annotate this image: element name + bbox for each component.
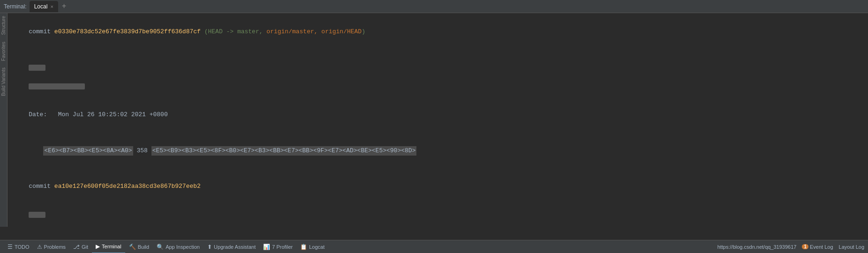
logcat-icon: 📋 xyxy=(300,244,307,250)
commit1-ref: (HEAD -> master, xyxy=(204,28,267,35)
author-blur1 xyxy=(29,65,45,71)
todo-button[interactable]: ☰ TODO xyxy=(4,240,33,253)
favorites-tab[interactable]: Favorites xyxy=(0,39,7,64)
logcat-button[interactable]: 📋 Logcat xyxy=(296,240,328,253)
event-log-button[interactable]: 1 Event Log xyxy=(802,244,833,250)
hex-suffix1: <E5><B9><B3><E5><8F><B0><E7><B3><BB><E7>… xyxy=(151,146,417,156)
problems-icon: ⚠ xyxy=(37,244,42,250)
commit1-message-line: <E6><B7><BB><E5><8A><A0> 358 <E5><B9><B3… xyxy=(14,137,861,165)
terminal-button[interactable]: ▶ Terminal xyxy=(92,240,125,253)
tab-local[interactable]: Local × xyxy=(30,1,58,12)
url-display: https://blog.csdn.net/qq_31939617 xyxy=(717,244,797,250)
commit1-author-line xyxy=(14,53,861,101)
terminal-label: Terminal: xyxy=(4,3,27,10)
author-blur2 xyxy=(29,83,85,89)
git-icon: ⎇ xyxy=(73,244,80,250)
todo-icon: ☰ xyxy=(8,244,13,250)
vertical-tabs: Structure Favorites Build Variants xyxy=(0,13,8,227)
spacer3 xyxy=(14,165,861,172)
status-bar: ☰ TODO ⚠ Problems ⎇ Git ▶ Terminal 🔨 Bui… xyxy=(0,240,868,253)
commit1-date: Mon Jul 26 10:25:02 2021 +0800 xyxy=(58,111,168,118)
spacer1 xyxy=(14,46,861,53)
build-button[interactable]: 🔨 Build xyxy=(125,240,153,253)
event-log-badge: 1 xyxy=(802,244,808,249)
commit1-hash: e0330e783dc52e67fe3839d7be9052ff636d87cf xyxy=(54,28,201,35)
commit1-line: commit e0330e783dc52e67fe3839d7be9052ff6… xyxy=(14,18,861,46)
commit2-line: commit ea10e127e600f05de2182aa38cd3e867b… xyxy=(14,172,861,201)
structure-tab[interactable]: Structure xyxy=(0,13,7,38)
commit1-origin: origin/master, origin/HEAD xyxy=(266,28,362,35)
commit1-date-line: Date: Mon Jul 26 10:25:02 2021 +0800 xyxy=(14,101,861,129)
upgrade-icon: ⬆ xyxy=(207,244,212,250)
title-bar: Terminal: Local × + xyxy=(0,0,868,13)
upgrade-assistant-button[interactable]: ⬆ Upgrade Assistant xyxy=(204,240,259,253)
app-inspection-icon: 🔍 xyxy=(157,244,164,250)
build-icon: 🔨 xyxy=(129,244,136,250)
terminal-content: commit e0330e783dc52e67fe3839d7be9052ff6… xyxy=(8,13,868,227)
author-blur3 xyxy=(29,212,45,218)
build-variants-tab[interactable]: Build Variants xyxy=(0,65,7,99)
terminal-icon: ▶ xyxy=(96,243,100,250)
tab-add-button[interactable]: + xyxy=(60,2,68,11)
git-button[interactable]: ⎇ Git xyxy=(69,240,92,253)
profiler-button[interactable]: 📊 7 Profiler xyxy=(259,240,296,253)
app-inspection-button[interactable]: 🔍 App Inspection xyxy=(153,240,204,253)
commit2-hash: ea10e127e600f05de2182aa38cd3e867b927eeb2 xyxy=(54,183,201,190)
problems-button[interactable]: ⚠ Problems xyxy=(33,240,69,253)
spacer2 xyxy=(14,129,861,137)
status-right: https://blog.csdn.net/qq_31939617 1 Even… xyxy=(717,244,864,250)
profiler-icon: 📊 xyxy=(263,244,270,250)
hex-prefix1: <E6><B7><BB><E5><8A><A0> xyxy=(43,146,133,156)
layout-log-button[interactable]: Layout Log xyxy=(839,244,864,250)
tab-close-icon[interactable]: × xyxy=(50,4,53,9)
commit2-author-line xyxy=(14,201,861,227)
